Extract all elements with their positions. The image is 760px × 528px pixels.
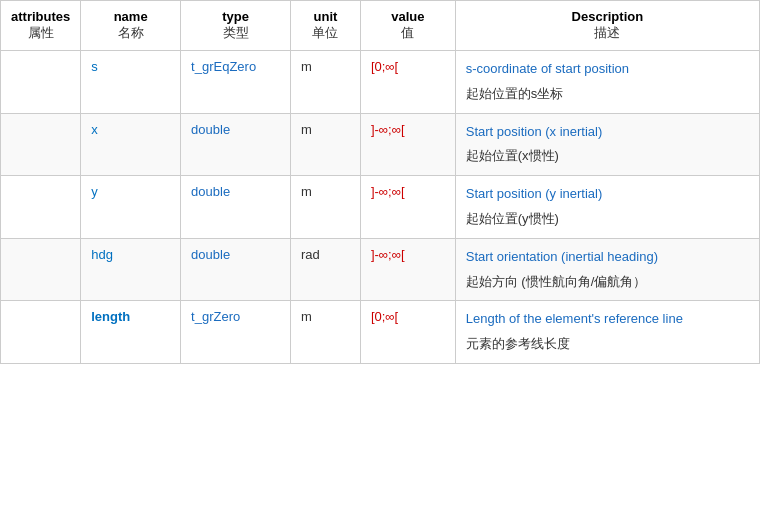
desc-chinese: 元素的参考线长度	[466, 336, 570, 351]
table-row: hdgdoublerad]-∞;∞[Start orientation (ine…	[1, 238, 760, 301]
cell-attributes	[1, 113, 81, 176]
desc-english: Start position (x inertial)	[466, 122, 749, 143]
cell-unit: m	[290, 301, 360, 364]
cell-name-value: length	[91, 309, 130, 324]
desc-english: s-coordinate of start position	[466, 59, 749, 80]
col-header-desc-label: Description	[572, 9, 644, 24]
cell-unit: m	[290, 51, 360, 114]
cell-unit: rad	[290, 238, 360, 301]
cell-value-text: [0;∞[	[371, 59, 398, 74]
cell-value: [0;∞[	[360, 51, 455, 114]
col-header-value-sub: 值	[371, 24, 445, 42]
table-row: xdoublem]-∞;∞[Start position (x inertial…	[1, 113, 760, 176]
desc-block: Start position (x inertial)起始位置(x惯性)	[466, 122, 749, 168]
cell-description: Length of the element's reference line元素…	[455, 301, 759, 364]
cell-value-text: ]-∞;∞[	[371, 122, 405, 137]
cell-value: ]-∞;∞[	[360, 176, 455, 239]
cell-name-value: y	[91, 184, 98, 199]
cell-attributes	[1, 176, 81, 239]
cell-type: double	[181, 176, 291, 239]
cell-value-text: ]-∞;∞[	[371, 247, 405, 262]
col-header-desc-sub: 描述	[466, 24, 749, 42]
col-header-attributes-label: attributes	[11, 9, 70, 24]
cell-value-text: [0;∞[	[371, 309, 398, 324]
cell-value: ]-∞;∞[	[360, 113, 455, 176]
attributes-table: attributes 属性 name 名称 type 类型 unit 单位 va…	[0, 0, 760, 364]
cell-name-value: x	[91, 122, 98, 137]
col-header-attributes-sub: 属性	[11, 24, 70, 42]
cell-type-value: double	[191, 184, 230, 199]
cell-type-value: double	[191, 122, 230, 137]
col-header-unit-sub: 单位	[301, 24, 350, 42]
desc-chinese: 起始位置的s坐标	[466, 86, 564, 101]
desc-chinese: 起始位置(x惯性)	[466, 148, 559, 163]
col-header-unit-label: unit	[314, 9, 338, 24]
col-header-name-sub: 名称	[91, 24, 170, 42]
cell-attributes	[1, 238, 81, 301]
cell-value-text: ]-∞;∞[	[371, 184, 405, 199]
cell-name-value: s	[91, 59, 98, 74]
cell-type: t_grZero	[181, 301, 291, 364]
desc-block: Start orientation (inertial heading)起始方向…	[466, 247, 749, 293]
cell-type: double	[181, 238, 291, 301]
cell-name: x	[81, 113, 181, 176]
cell-type: double	[181, 113, 291, 176]
cell-type-value: t_grEqZero	[191, 59, 256, 74]
table-row: st_grEqZerom[0;∞[s-coordinate of start p…	[1, 51, 760, 114]
cell-description: Start position (x inertial)起始位置(x惯性)	[455, 113, 759, 176]
cell-description: Start orientation (inertial heading)起始方向…	[455, 238, 759, 301]
col-header-value-label: value	[391, 9, 424, 24]
col-header-type-sub: 类型	[191, 24, 280, 42]
col-header-attributes: attributes 属性	[1, 1, 81, 51]
cell-unit: m	[290, 176, 360, 239]
col-header-name: name 名称	[81, 1, 181, 51]
desc-chinese: 起始位置(y惯性)	[466, 211, 559, 226]
cell-description: s-coordinate of start position起始位置的s坐标	[455, 51, 759, 114]
cell-name-value: hdg	[91, 247, 113, 262]
desc-english: Length of the element's reference line	[466, 309, 749, 330]
col-header-name-label: name	[114, 9, 148, 24]
table-row: ydoublem]-∞;∞[Start position (y inertial…	[1, 176, 760, 239]
desc-block: Length of the element's reference line元素…	[466, 309, 749, 355]
desc-english: Start position (y inertial)	[466, 184, 749, 205]
cell-value: [0;∞[	[360, 301, 455, 364]
cell-name: s	[81, 51, 181, 114]
col-header-value: value 值	[360, 1, 455, 51]
desc-english: Start orientation (inertial heading)	[466, 247, 749, 268]
cell-name: hdg	[81, 238, 181, 301]
cell-type-value: t_grZero	[191, 309, 240, 324]
cell-attributes	[1, 301, 81, 364]
table-header-row: attributes 属性 name 名称 type 类型 unit 单位 va…	[1, 1, 760, 51]
cell-value: ]-∞;∞[	[360, 238, 455, 301]
cell-description: Start position (y inertial)起始位置(y惯性)	[455, 176, 759, 239]
desc-chinese: 起始方向 (惯性航向角/偏航角）	[466, 274, 647, 289]
cell-name: y	[81, 176, 181, 239]
cell-unit: m	[290, 113, 360, 176]
desc-block: Start position (y inertial)起始位置(y惯性)	[466, 184, 749, 230]
col-header-type: type 类型	[181, 1, 291, 51]
cell-type-value: double	[191, 247, 230, 262]
cell-name: length	[81, 301, 181, 364]
cell-type: t_grEqZero	[181, 51, 291, 114]
col-header-type-label: type	[222, 9, 249, 24]
table-row: lengtht_grZerom[0;∞[Length of the elemen…	[1, 301, 760, 364]
col-header-description: Description 描述	[455, 1, 759, 51]
col-header-unit: unit 单位	[290, 1, 360, 51]
cell-attributes	[1, 51, 81, 114]
desc-block: s-coordinate of start position起始位置的s坐标	[466, 59, 749, 105]
